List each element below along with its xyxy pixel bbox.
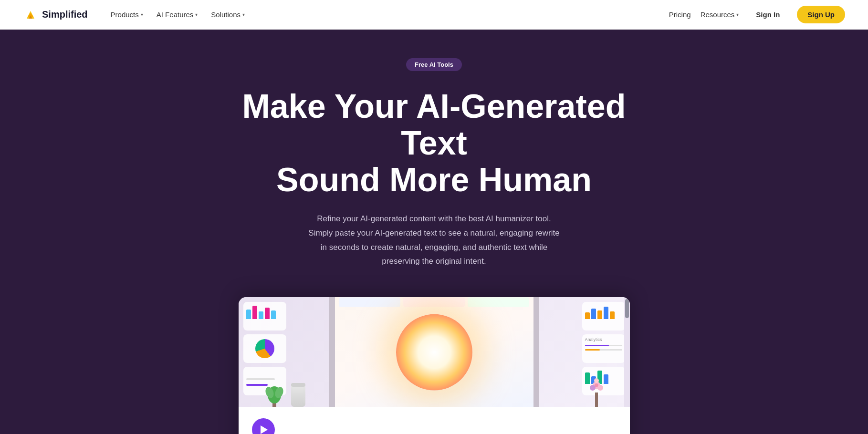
- chevron-down-icon: ▾: [242, 12, 245, 17]
- nav-pricing-link[interactable]: Pricing: [669, 10, 691, 19]
- card-content: Free AI Text Humanizer Turn AI-generated…: [239, 407, 630, 434]
- feature-card: Analytics: [239, 297, 630, 434]
- nav-resources-label: Resources: [701, 10, 735, 19]
- play-button[interactable]: [252, 418, 275, 434]
- nav-left: Simplified Products ▾ AI Features ▾ Solu…: [23, 7, 251, 22]
- hero-section: Free AI Tools Make Your AI-Generated Tex…: [0, 30, 868, 434]
- cup-decoration: [291, 383, 305, 407]
- chevron-down-icon: ▾: [141, 12, 143, 17]
- sign-in-button[interactable]: Sign In: [748, 7, 787, 22]
- play-button-wrapper: [252, 418, 617, 434]
- plant-decoration: [265, 378, 284, 407]
- glow-ring: [396, 314, 472, 391]
- nav-ai-features-label: AI Features: [157, 10, 194, 19]
- card-image: Analytics: [239, 297, 630, 407]
- chart-card-4: [582, 302, 625, 331]
- logo-text: Simplified: [42, 9, 88, 20]
- svg-rect-4: [595, 393, 598, 407]
- nav-items: Products ▾ AI Features ▾ Solutions ▾: [105, 7, 251, 22]
- nav-products-label: Products: [111, 10, 139, 19]
- svg-point-8: [597, 385, 603, 391]
- chevron-down-icon: ▾: [195, 12, 198, 17]
- scrollbar: [624, 297, 630, 407]
- logo-icon: [23, 7, 38, 22]
- chart-card-2: [243, 334, 286, 363]
- hero-badge: Free AI Tools: [406, 58, 462, 71]
- hero-subtitle: Refine your AI-generated content with th…: [308, 212, 559, 269]
- nav-item-solutions[interactable]: Solutions ▾: [205, 7, 251, 22]
- hero-title: Make Your AI-Generated Text Sound More H…: [220, 88, 649, 198]
- svg-point-7: [590, 385, 596, 391]
- hero-title-line2: Sound More Human: [276, 161, 592, 198]
- chevron-down-icon: ▾: [736, 12, 739, 17]
- nav-item-products[interactable]: Products ▾: [105, 7, 149, 22]
- navbar: Simplified Products ▾ AI Features ▾ Solu…: [0, 0, 868, 30]
- logo[interactable]: Simplified: [23, 7, 88, 22]
- nav-item-ai-features[interactable]: AI Features ▾: [151, 7, 204, 22]
- play-icon: [261, 425, 268, 434]
- sign-up-button[interactable]: Sign Up: [797, 6, 845, 23]
- chart-card-1: [243, 302, 286, 331]
- card-image-inner: Analytics: [239, 297, 630, 407]
- nav-resources-dropdown[interactable]: Resources ▾: [701, 10, 739, 19]
- hero-title-line1: Make Your AI-Generated Text: [242, 88, 626, 162]
- monitor-screen: [329, 297, 539, 407]
- nav-right: Pricing Resources ▾ Sign In Sign Up: [669, 6, 845, 23]
- flowers-decoration: [587, 373, 606, 407]
- svg-point-9: [594, 378, 599, 383]
- nav-solutions-label: Solutions: [211, 10, 241, 19]
- chart-card-5: Analytics: [582, 334, 625, 363]
- scrollbar-thumb: [625, 299, 629, 318]
- monitor-illustration: [329, 297, 539, 407]
